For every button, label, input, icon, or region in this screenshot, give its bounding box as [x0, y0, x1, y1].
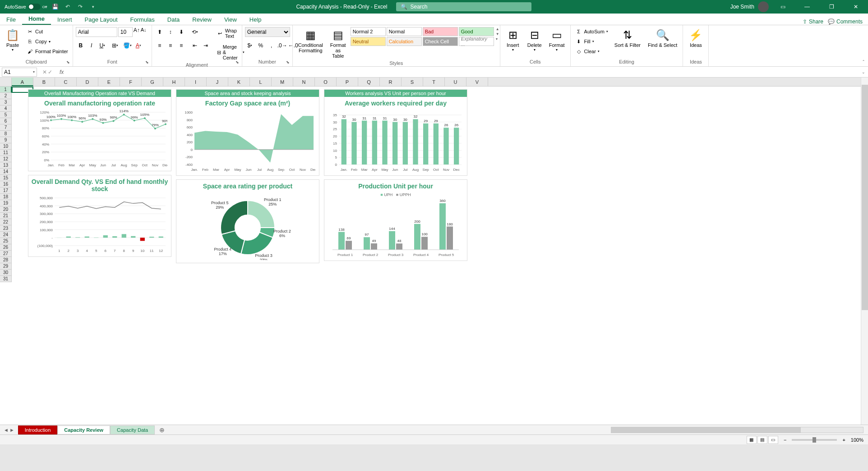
dialog-launcher-icon[interactable]: ⬊ — [66, 60, 72, 65]
font-color-icon[interactable]: A▾ — [134, 41, 143, 50]
col-header[interactable]: U — [445, 78, 466, 86]
style-normal[interactable]: Normal — [387, 27, 422, 36]
copy-button[interactable]: ⎘Copy ▾ — [24, 37, 70, 46]
row-header[interactable]: 27 — [0, 251, 12, 257]
row-header[interactable]: 24 — [0, 232, 12, 238]
page-layout-view-icon[interactable]: ▤ — [757, 436, 767, 444]
col-header[interactable]: O — [315, 78, 337, 86]
style-calculation[interactable]: Calculation — [387, 37, 422, 46]
font-size-select[interactable] — [118, 27, 133, 37]
row-header[interactable]: 21 — [0, 213, 12, 219]
sheet-prev-icon[interactable]: ► — [9, 427, 14, 433]
align-middle-icon[interactable]: ↕ — [166, 27, 175, 37]
style-check-cell[interactable]: Check Cell — [423, 37, 458, 46]
align-center-icon[interactable]: ≡ — [166, 41, 175, 50]
row-header[interactable]: 6 — [0, 118, 12, 124]
col-header[interactable]: M — [272, 78, 293, 86]
dialog-launcher-icon[interactable]: ⬊ — [235, 60, 241, 65]
sheet-first-icon[interactable]: ◄ — [4, 427, 9, 433]
increase-font-icon[interactable]: A↑ — [134, 27, 140, 37]
tab-view[interactable]: View — [218, 14, 243, 25]
align-right-icon[interactable]: ≡ — [176, 41, 186, 50]
row-header[interactable]: 4 — [0, 105, 12, 112]
tab-page-layout[interactable]: Page Layout — [78, 14, 124, 25]
autosum-button[interactable]: ΣAutoSum ▾ — [573, 27, 610, 36]
expand-formula-bar-icon[interactable]: ⌄ — [859, 70, 868, 74]
row-header[interactable]: 26 — [0, 244, 12, 251]
font-name-select[interactable] — [76, 27, 117, 37]
row-header[interactable]: 29 — [0, 263, 12, 270]
fill-button[interactable]: ⬇Fill ▾ — [573, 37, 610, 46]
border-icon[interactable]: ⊞ ▾ — [110, 41, 120, 50]
col-header[interactable]: N — [293, 78, 315, 86]
col-header[interactable]: C — [55, 78, 77, 86]
decrease-font-icon[interactable]: A↓ — [141, 27, 147, 37]
row-header[interactable]: 2 — [0, 93, 12, 99]
row-header[interactable]: 15 — [0, 175, 12, 181]
col-header[interactable]: I — [185, 78, 207, 86]
col-header[interactable]: F — [120, 78, 142, 86]
qat-dropdown-icon[interactable]: ▾ — [88, 2, 97, 11]
delete-cells-button[interactable]: ⊟Delete▾ — [525, 27, 545, 53]
zoom-slider[interactable] — [792, 439, 837, 441]
close-icon[interactable]: ✕ — [845, 0, 866, 14]
format-as-table-button[interactable]: ▤ Format as Table — [328, 27, 349, 59]
search-box[interactable]: 🔍 Search — [396, 2, 531, 11]
row-header[interactable]: 9 — [0, 137, 12, 143]
page-break-view-icon[interactable]: ▭ — [768, 436, 778, 444]
row-header[interactable]: 16 — [0, 181, 12, 187]
row-header[interactable]: 30 — [0, 270, 12, 276]
vscroll-thumb[interactable] — [862, 85, 868, 310]
tab-review[interactable]: Review — [186, 14, 218, 25]
tab-file[interactable]: File — [0, 14, 22, 25]
hscroll-thumb[interactable] — [611, 427, 801, 433]
sheet-tab-introduction[interactable]: Introduction — [18, 425, 57, 434]
align-left-icon[interactable]: ≡ — [155, 41, 165, 50]
zoom-level[interactable]: 100% — [851, 437, 863, 443]
tab-formulas[interactable]: Formulas — [124, 14, 161, 25]
col-header[interactable]: V — [466, 78, 488, 86]
number-format-select[interactable]: General — [245, 27, 290, 37]
undo-icon[interactable]: ↶ — [63, 2, 72, 11]
align-bottom-icon[interactable]: ⬇ — [176, 27, 186, 37]
row-header[interactable]: 17 — [0, 187, 12, 194]
name-box[interactable]: A1▾ — [2, 68, 37, 77]
cancel-formula-icon[interactable]: ✕ — [42, 69, 47, 75]
style-bad[interactable]: Bad — [423, 27, 458, 36]
sheet-tab-capacity-data[interactable]: Capacity Data — [110, 425, 155, 434]
style-neutral[interactable]: Neutral — [351, 37, 386, 46]
ideas-button[interactable]: ⚡Ideas — [686, 27, 706, 49]
col-header[interactable]: J — [207, 78, 228, 86]
redo-icon[interactable]: ↷ — [76, 2, 85, 11]
increase-decimal-icon[interactable]: .0→ — [277, 41, 287, 50]
row-header[interactable]: 13 — [0, 162, 12, 169]
conditional-formatting-button[interactable]: ▦ Conditional Formatting — [295, 27, 326, 54]
tab-insert[interactable]: Insert — [51, 14, 78, 25]
row-header[interactable]: 10 — [0, 143, 12, 150]
col-header[interactable]: R — [380, 78, 402, 86]
row-header[interactable]: 5 — [0, 112, 12, 118]
toggle-switch[interactable] — [28, 4, 41, 10]
collapse-ribbon-icon[interactable]: ˆ — [859, 25, 868, 67]
styles-more-icon[interactable]: ▾ — [496, 37, 499, 41]
col-header[interactable]: G — [142, 78, 163, 86]
col-header[interactable]: Q — [358, 78, 380, 86]
minimize-icon[interactable]: — — [797, 0, 817, 14]
sheet-tab-capacity-review[interactable]: Capacity Review — [57, 425, 110, 434]
col-header[interactable]: L — [250, 78, 272, 86]
find-select-button[interactable]: 🔍Find & Select — [645, 27, 680, 49]
wrap-text-button[interactable]: ↩Wrap Text — [215, 27, 246, 40]
cut-button[interactable]: ✂Cut — [24, 27, 70, 36]
align-top-icon[interactable]: ⬆ — [155, 27, 165, 37]
styles-down-icon[interactable]: ▼ — [496, 32, 499, 36]
col-header[interactable]: E — [98, 78, 120, 86]
row-header[interactable]: 22 — [0, 219, 12, 225]
col-header[interactable]: S — [402, 78, 423, 86]
row-header[interactable]: 28 — [0, 257, 12, 263]
row-header[interactable]: 19 — [0, 200, 12, 206]
merge-center-button[interactable]: ⊟Merge & Center ▾ — [215, 43, 246, 61]
zoom-in-icon[interactable]: + — [842, 437, 845, 443]
zoom-slider-thumb[interactable] — [813, 437, 816, 443]
styles-up-icon[interactable]: ▲ — [496, 27, 499, 31]
share-button[interactable]: ⇪Share — [803, 18, 823, 25]
